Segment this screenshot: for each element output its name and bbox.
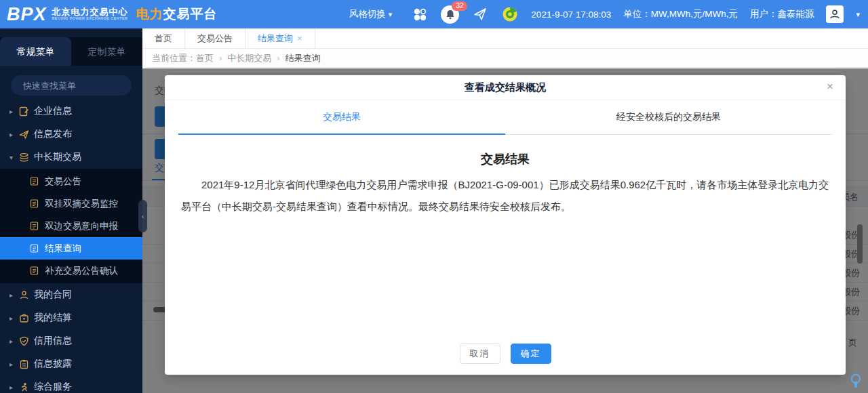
modal-tabs: 交易结果 经安全校核后的交易结果 [178,111,832,135]
close-tab-icon[interactable]: × [297,28,302,48]
style-switch-label: 风格切换 [349,8,386,20]
top-header: BPX 北京电力交易中心 BEIJING POWER EXCHANGE CENT… [0,0,868,28]
tab-label: 首页 [155,28,172,48]
breadcrumb-prefix: 当前位置： [152,53,196,63]
app-title: 电力交易平台 [136,5,218,23]
tab-label: 交易公告 [197,28,233,48]
units-text: 单位：MW,MWh,元/MWh,元 [623,8,738,20]
lightbulb-icon[interactable] [849,373,863,392]
send-icon [19,129,34,140]
modal-content-heading: 交易结果 [165,151,846,167]
sidebar-item-info-disclosure[interactable]: ▸ 信息披露 [0,352,142,375]
confirm-button[interactable]: 确定 [511,344,551,364]
sidebar-item-mid-long-term-trading[interactable]: ▾ 中长期交易 [0,146,142,169]
bpx-logo: BPX [7,4,47,25]
doc-icon [30,222,45,230]
breadcrumb-result-query: 结果查询 [285,53,321,63]
browser-safety-icon[interactable] [501,5,519,23]
user-icon [19,290,34,300]
modal-footer: 取消 确定 [165,344,846,364]
sidebar-item-label: 信息披露 [34,358,72,370]
sidebar-subitem-result-query[interactable]: 结果查询 [0,237,142,260]
sidebar-collapse-handle[interactable]: ‹ [138,200,147,232]
sidebar-subitem-bilateral-intent-declare[interactable]: 双边交易意向申报 [0,215,142,237]
doc-edit-icon [19,106,34,117]
sidebar-subitem-trade-announcement[interactable]: 交易公告 [0,170,142,192]
sidebar-subitem-listing-delisting-monitor[interactable]: 双挂双摘交易监控 [0,192,142,215]
sidebar-subitem-label: 交易公告 [45,175,81,188]
modal-content-paragraph: 2021年9-12月北京省间代理绿色电力交易用户需求申报（BJ2021-G-09… [181,174,829,218]
tab-result-query[interactable]: 结果查询 × [245,28,315,48]
clipboard-icon [19,359,34,369]
modal-title: 查看成交结果概况 [465,81,546,94]
cancel-button[interactable]: 取消 [460,344,500,364]
sidebar-subitem-label: 补充交易公告确认 [45,265,118,277]
app-title-accent: 电力 [136,7,163,21]
modal-header: 查看成交结果概况 × [165,75,846,100]
service-person-icon [19,382,34,392]
shield-icon [19,336,34,346]
sidebar-item-credit-info[interactable]: ▸ 信用信息 [0,329,142,352]
sidebar-subitem-label: 双边交易意向申报 [45,220,118,232]
sidebar-tab-regular-menu[interactable]: 常规菜单 [0,37,71,66]
chevron-right-icon: ▸ [9,337,19,345]
app-title-rest: 交易平台 [163,7,218,21]
sidebar-tabs: 常规菜单 定制菜单 [0,37,142,66]
breadcrumb-separator-icon: › [219,53,222,63]
sidebar-item-info-publish[interactable]: ▸ 信息发布 [0,123,142,146]
breadcrumb: 当前位置：首页›中长期交易›结果查询 [142,49,868,68]
style-switch-dropdown[interactable]: 风格切换 ▾ [349,8,393,20]
doc-icon [30,199,45,208]
tab-trade-announcement[interactable]: 交易公告 [185,28,245,48]
datetime-text: 2021-9-07 17:08:03 [531,9,611,20]
sidebar-tab-custom-menu[interactable]: 定制菜单 [71,37,142,66]
sidebar-item-label: 中长期交易 [34,151,81,163]
page-tabbar: 首页 交易公告 结果查询 × [142,28,868,49]
chevron-right-icon: ▸ [9,108,19,115]
sidebar-item-label: 信息发布 [34,128,72,140]
send-plane-icon[interactable] [471,5,489,23]
user-text: 用户：鑫泰能源 [750,8,814,20]
chevron-left-icon: ‹ [142,212,144,220]
modal-tab-trade-result[interactable]: 交易结果 [178,111,505,134]
chevron-down-icon: ▾ [389,10,393,19]
close-icon[interactable]: × [827,81,833,92]
chevron-right-icon: ▸ [9,360,19,368]
sidebar-item-label: 信用信息 [34,335,72,347]
sidebar-item-label: 综合服务 [34,381,72,393]
org-name-en: BEIJING POWER EXCHANGE CENTER [52,17,128,21]
breadcrumb-mid-long-term[interactable]: 中长期交易 [227,53,271,63]
chevron-right-icon: ▸ [9,314,19,322]
tab-home[interactable]: 首页 [142,28,185,48]
doc-icon [30,266,45,275]
content-area: 交易 交易 成员名 股份 股份 股份 股份 股份 页 查看成交结果概况 × 交易… [142,68,868,393]
notification-badge: 32 [452,1,467,11]
sidebar-item-enterprise-info[interactable]: ▸ 企业信息 [0,100,142,123]
sidebar-subitem-supplementary-announcement-confirm[interactable]: 补充交易公告确认 [0,260,142,282]
sidebar-item-my-contracts[interactable]: ▸ 我的合同 [0,283,142,306]
sidebar-item-label: 我的合同 [34,289,72,301]
chevron-right-icon: ▸ [9,384,19,391]
sidebar-subitem-label: 结果查询 [45,243,81,255]
sidebar-item-label: 企业信息 [34,105,72,117]
notifications-bell-icon[interactable]: 32 [441,5,459,24]
doc-icon [30,177,45,186]
apps-grid-icon[interactable] [411,5,429,23]
layers-icon [19,152,34,163]
sidebar: 常规菜单 定制菜单 ▸ 企业信息 ▸ 信息发布 ▾ 中长期交易 交易公告 双挂双… [0,28,142,393]
chevron-down-icon: ▾ [9,154,19,161]
user-menu-caret-icon[interactable]: ▾ [856,10,860,19]
main-area: 首页 交易公告 结果查询 × 当前位置：首页›中长期交易›结果查询 交易 交易 … [142,28,868,393]
chevron-right-icon: ▸ [9,131,19,138]
breadcrumb-separator-icon: › [277,53,279,63]
sidebar-item-comprehensive-services[interactable]: ▸ 综合服务 [0,375,142,393]
menu-search [11,75,132,96]
modal-tab-security-checked-result[interactable]: 经安全校核后的交易结果 [505,111,832,134]
menu-search-input[interactable] [11,75,132,96]
sidebar-item-my-settlement[interactable]: ▸ 我的结算 [0,306,142,329]
breadcrumb-home[interactable]: 首页 [196,53,214,63]
briefcase-lock-icon [19,313,34,323]
user-avatar[interactable] [826,5,844,23]
org-name-cn: 北京电力交易中心 [52,7,128,17]
chevron-right-icon: ▸ [9,291,19,299]
